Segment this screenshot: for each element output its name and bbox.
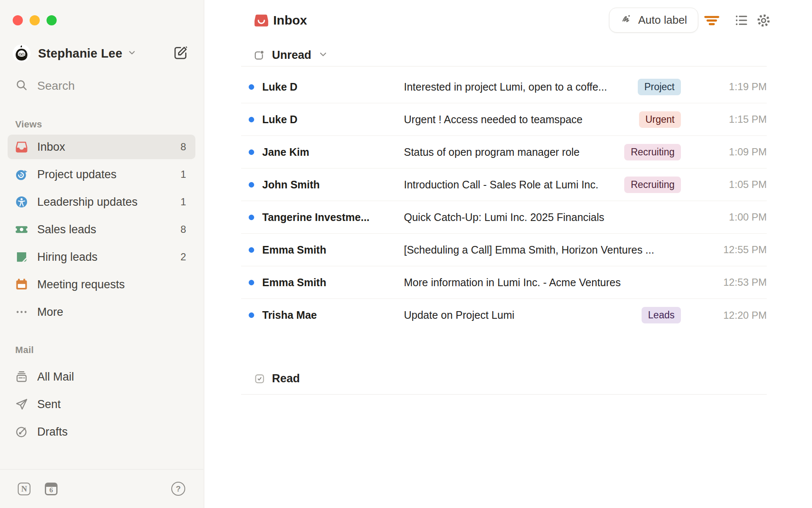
- sidebar-item-label: More: [37, 306, 186, 319]
- sidebar: Stephanie Lee Search Views Inbox 8 Proje…: [0, 0, 204, 508]
- sidebar-item-more[interactable]: More: [8, 300, 195, 324]
- email-sender: Tangerine Investme...: [262, 211, 404, 224]
- account-switcher[interactable]: Stephanie Lee: [13, 44, 191, 63]
- unread-dot: [249, 312, 254, 318]
- sidebar-item-label: Drafts: [37, 425, 186, 439]
- read-section-toggle[interactable]: Read: [241, 363, 767, 395]
- person-icon: [15, 195, 28, 209]
- sidebar-item-all-mail[interactable]: All Mail: [8, 364, 195, 389]
- email-label-chip: Recruiting: [624, 144, 681, 160]
- email-time: 12:20 PM: [681, 309, 767, 321]
- sidebar-item-leadership-updates[interactable]: Leadership updates 1: [8, 190, 195, 214]
- mail-section-title: Mail: [15, 345, 34, 356]
- unread-dot: [249, 149, 254, 155]
- email-subject: More information in Lumi Inc. - Acme Ven…: [404, 276, 681, 289]
- list-view-icon[interactable]: [732, 11, 751, 30]
- email-sender: Jane Kim: [262, 146, 404, 158]
- note-icon: [15, 250, 28, 264]
- user-name: Stephanie Lee: [38, 47, 122, 61]
- compose-button[interactable]: [173, 45, 189, 61]
- sidebar-item-label: Sent: [37, 398, 186, 411]
- email-sender: Luke D: [262, 81, 404, 93]
- search-placeholder: Search: [37, 79, 75, 93]
- sidebar-item-label: Hiring leads: [37, 251, 181, 264]
- email-time: 1:09 PM: [681, 146, 767, 158]
- email-subject: Update on Project Lumi: [404, 309, 642, 321]
- sidebar-item-inbox[interactable]: Inbox 8: [8, 135, 195, 159]
- ellipsis-icon: [15, 305, 28, 319]
- email-row[interactable]: Trisha Mae Update on Project Lumi Leads …: [241, 299, 767, 331]
- email-time: 12:55 PM: [681, 244, 767, 256]
- money-icon: [15, 223, 28, 236]
- read-label: Read: [272, 372, 300, 385]
- read-checkbox-icon: [254, 373, 265, 384]
- help-icon[interactable]: ?: [171, 482, 185, 496]
- draft-icon: [15, 425, 28, 439]
- email-subject: Introduction Call - Sales Role at Lumi I…: [404, 179, 624, 191]
- search-field[interactable]: Search: [15, 77, 75, 95]
- unread-dot: [249, 84, 254, 90]
- unread-dot: [249, 215, 254, 220]
- email-subject: [Scheduling a Call] Emma Smith, Horizon …: [404, 244, 681, 256]
- calendar-app-icon[interactable]: 6: [45, 483, 58, 495]
- allmail-icon: [15, 370, 28, 384]
- item-count: 1: [181, 168, 186, 180]
- item-count: 8: [181, 224, 186, 235]
- sidebar-item-project-updates[interactable]: Project updates 1: [8, 162, 195, 187]
- email-sender: Trisha Mae: [262, 309, 404, 321]
- email-row[interactable]: Luke D Urgent ! Access needed to teamspa…: [241, 103, 767, 136]
- email-subject: Quick Catch-Up: Lumi Inc. 2025 Financial…: [404, 211, 681, 224]
- filter-icon[interactable]: [702, 11, 721, 30]
- email-label-chip: Urgent: [639, 111, 681, 128]
- zoom-window-button[interactable]: [47, 15, 57, 25]
- unread-dot: [249, 280, 254, 285]
- unread-dot: [249, 182, 254, 188]
- email-list: Luke D Interested in project Lumi, open …: [241, 71, 767, 331]
- email-row[interactable]: Jane Kim Status of open program manager …: [241, 136, 767, 168]
- email-row[interactable]: John Smith Introduction Call - Sales Rol…: [241, 168, 767, 201]
- close-window-button[interactable]: [13, 15, 23, 25]
- sidebar-item-label: Leadership updates: [37, 196, 181, 209]
- gear-icon[interactable]: [754, 11, 773, 30]
- email-row[interactable]: Luke D Interested in project Lumi, open …: [241, 71, 767, 103]
- sidebar-item-label: Project updates: [37, 168, 181, 181]
- unread-label: Unread: [272, 49, 311, 62]
- email-row[interactable]: Emma Smith [Scheduling a Call] Emma Smit…: [241, 234, 767, 266]
- auto-label-icon: [620, 12, 633, 28]
- email-subject: Interested in project Lumi, open to a co…: [404, 81, 638, 93]
- calendar-icon: [15, 278, 28, 291]
- views-section-title: Views: [15, 119, 42, 130]
- views-list: Inbox 8 Project updates 1 Leadership upd…: [8, 135, 195, 327]
- unread-filter[interactable]: Unread: [241, 44, 767, 66]
- sidebar-item-meeting-requests[interactable]: Meeting requests: [8, 272, 195, 297]
- sidebar-item-label: Inbox: [37, 141, 181, 154]
- item-count: 8: [181, 141, 186, 153]
- minimize-window-button[interactable]: [30, 15, 40, 25]
- auto-label-text: Auto label: [638, 14, 687, 27]
- email-time: 1:05 PM: [681, 179, 767, 190]
- sidebar-item-sales-leads[interactable]: Sales leads 8: [8, 217, 195, 242]
- sidebar-item-hiring-leads[interactable]: Hiring leads 2: [8, 245, 195, 269]
- window-controls: [13, 15, 57, 25]
- sidebar-item-sent[interactable]: Sent: [8, 392, 195, 417]
- email-time: 1:15 PM: [681, 113, 767, 125]
- main-header: Inbox Auto label: [205, 0, 812, 41]
- email-sender: Emma Smith: [262, 244, 404, 256]
- search-icon: [15, 79, 28, 93]
- page-title: Inbox: [273, 0, 307, 41]
- email-subject: Urgent ! Access needed to teamspace: [404, 113, 639, 126]
- unread-dot: [249, 247, 254, 253]
- inbox-icon: [254, 13, 269, 28]
- email-row[interactable]: Emma Smith More information in Lumi Inc.…: [241, 266, 767, 299]
- email-label-chip: Leads: [642, 307, 681, 323]
- item-count: 1: [181, 196, 186, 208]
- email-time: 1:00 PM: [681, 211, 767, 223]
- mail-list: All Mail Sent Drafts: [8, 364, 195, 447]
- sidebar-item-drafts[interactable]: Drafts: [8, 420, 195, 444]
- email-sender: Luke D: [262, 113, 404, 126]
- avatar: [13, 44, 30, 62]
- auto-label-button[interactable]: Auto label: [609, 8, 698, 33]
- email-row[interactable]: Tangerine Investme... Quick Catch-Up: Lu…: [241, 201, 767, 234]
- notion-logo-icon[interactable]: N: [18, 483, 30, 495]
- unread-icon: [253, 50, 264, 61]
